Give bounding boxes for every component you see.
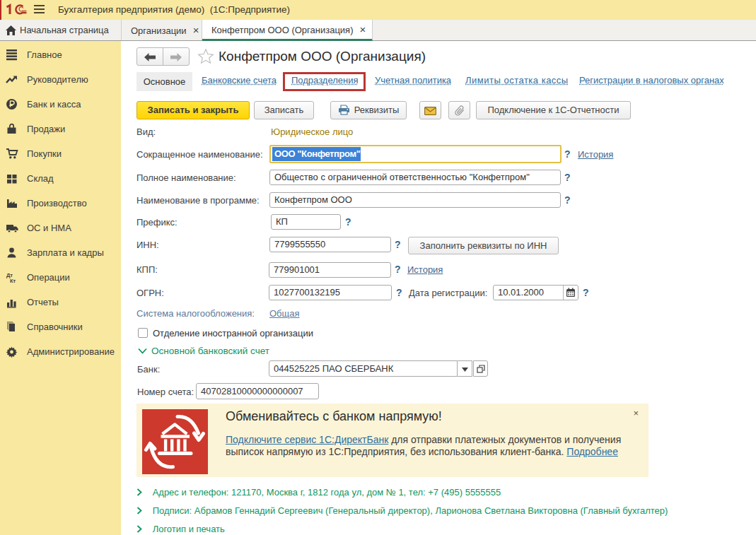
svg-text:Кт: Кт bbox=[10, 278, 16, 284]
